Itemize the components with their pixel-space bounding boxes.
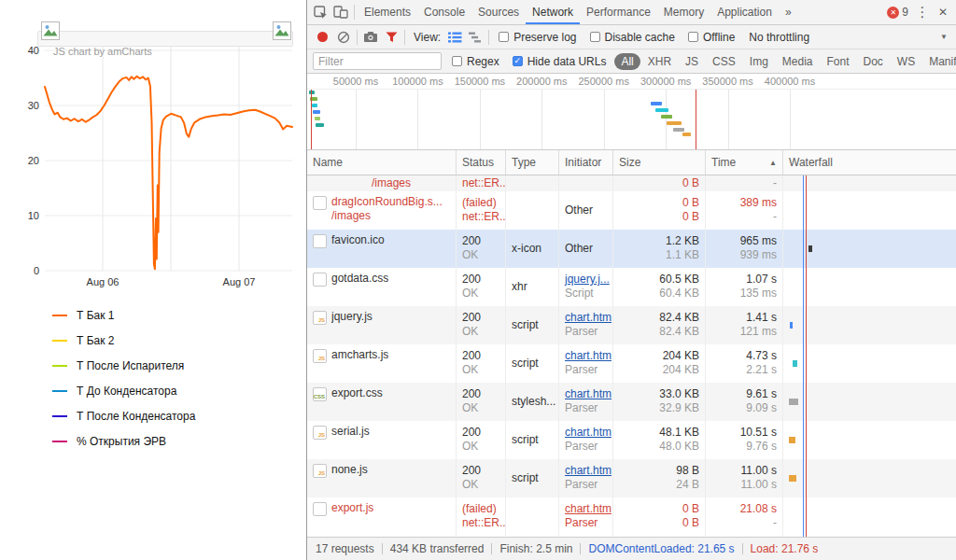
chart-legend: Т Бак 1Т Бак 2Т После ИспарителяТ До Кон… (52, 309, 195, 448)
checkbox-box[interactable]: ✓ (513, 56, 523, 66)
overview-time-label: 350000 ms (702, 76, 752, 87)
regex-checkbox[interactable]: ✓ Regex (452, 55, 499, 68)
legend-item-overflow[interactable]: Т До Конденсатора (52, 385, 195, 398)
column-header-type[interactable]: Type (506, 150, 559, 175)
network-overview[interactable]: 50000 ms100000 ms150000 ms200000 ms25000… (307, 74, 956, 150)
request-name-text: amcharts.js (331, 348, 388, 383)
legend-marker (52, 315, 67, 316)
column-header-status[interactable]: Status (457, 150, 506, 175)
clear-icon[interactable] (333, 27, 354, 48)
column-header-initiator[interactable]: Initiator (559, 150, 613, 175)
filter-pill-media[interactable]: Media (776, 53, 820, 70)
initiator-source[interactable]: chart.htm (565, 387, 607, 401)
size-cell: 0 B0 B (613, 191, 706, 230)
camera-icon[interactable] (360, 27, 381, 48)
overview-gridline (541, 90, 542, 149)
amcharts-watermark-link[interactable]: JS chart by amCharts (53, 46, 152, 57)
legend-marker (52, 340, 67, 342)
device-toolbar-icon[interactable] (330, 2, 351, 22)
request-name: export.css (331, 386, 383, 400)
column-header-name[interactable]: Name (307, 150, 457, 175)
tab-memory[interactable]: Memory (657, 0, 710, 24)
initiator-cell: Other (559, 191, 613, 230)
overview-request-bar (655, 108, 668, 112)
size-total: 60.5 KB (659, 273, 699, 287)
legend-item-overflow[interactable]: Т После Испарителя (52, 359, 195, 372)
tab-sources[interactable]: Sources (471, 0, 526, 24)
request-row-amcharts-js[interactable]: JSamcharts.js200OKscriptchart.htmParser2… (307, 344, 956, 383)
request-row-export-js[interactable]: export.js(failed)net::ER...chart.htmPars… (307, 497, 956, 536)
filter-pill-all[interactable]: All (614, 53, 640, 70)
request-row-export-css[interactable]: CSSexport.css200OKstylesh...chart.htmPar… (307, 383, 956, 421)
view-list-icon[interactable] (444, 27, 465, 48)
statusbar-separator (580, 543, 581, 554)
legend-marker (52, 390, 67, 392)
throttling-select[interactable]: No throttling ▼ (749, 31, 951, 44)
initiator-cell: jquery.j...Script (559, 268, 613, 306)
legend-label: Т Бак 2 (77, 334, 114, 347)
offline-checkbox[interactable]: ✓Offline (688, 31, 735, 44)
legend-item-1[interactable]: Т Бак 1 (52, 309, 195, 322)
legend-item-overflow[interactable]: % Открытия ЭРВ (52, 435, 195, 448)
legend-label: Т После Испарителя (77, 359, 184, 372)
close-icon[interactable]: ✕ (933, 2, 953, 22)
request-row-serial-js[interactable]: JSserial.js200OKscriptchart.htmParser48.… (307, 421, 956, 459)
request-row-none-js[interactable]: JSnone.js200OKscriptchart.htmParser98 B2… (307, 459, 956, 497)
initiator-source[interactable]: chart.htm (565, 311, 607, 325)
disable-cache-checkbox[interactable]: ✓Disable cache (590, 31, 675, 44)
filter-pill-ws[interactable]: WS (891, 53, 921, 70)
tab-elements[interactable]: Elements (358, 0, 417, 24)
size-content: 32.9 KB (659, 401, 699, 415)
initiator-source[interactable]: chart.htm (565, 464, 607, 478)
filter-pill-img[interactable]: Img (743, 53, 775, 70)
legend-item-2[interactable]: Т Бак 2 (52, 334, 195, 347)
tab-application[interactable]: Application (710, 0, 779, 24)
request-row-jquery-js[interactable]: JSjquery.js200OKscriptchart.htmParser82.… (307, 306, 956, 344)
initiator-source[interactable]: chart.htm (565, 502, 607, 516)
initiator-source[interactable]: chart.htm (565, 426, 607, 440)
size-total: 0 B (682, 196, 699, 210)
error-badge[interactable]: ✕ 9 (883, 6, 912, 19)
initiator-kind: Parser (565, 516, 607, 530)
preserve-log-checkbox[interactable]: ✓Preserve log (499, 31, 576, 44)
column-header-size[interactable]: Size (613, 150, 706, 175)
kebab-menu-icon[interactable]: ⋮ (912, 2, 933, 22)
inspect-icon[interactable] (310, 2, 330, 22)
filter-pill-manifest[interactable]: Manifest (922, 53, 956, 70)
filter-input[interactable] (313, 52, 442, 70)
time-total: 1.41 s (746, 311, 777, 325)
initiator-source[interactable]: jquery.j... (565, 273, 607, 287)
request-row-partial[interactable]: /imagesnet::ER...0 B- (307, 175, 956, 191)
filter-pill-js[interactable]: JS (679, 53, 705, 70)
filter-pill-css[interactable]: CSS (706, 53, 742, 70)
column-header-time[interactable]: Time▲ (706, 150, 783, 175)
filter-pill-doc[interactable]: Doc (857, 53, 890, 70)
file-icon (313, 196, 327, 210)
request-row-favicon-ico[interactable]: favicon.ico200OKx-iconOther1.2 KB1.1 KB9… (307, 230, 956, 268)
tab-performance[interactable]: Performance (580, 0, 657, 24)
request-row-dragiconroundbig-s[interactable]: dragIconRoundBig.s.../images(failed)net:… (307, 191, 956, 230)
overview-request-bar (673, 128, 684, 132)
request-row-gotdata-css[interactable]: gotdata.css200OKxhrjquery.j...Script60.5… (307, 268, 956, 306)
tab-network[interactable]: Network (526, 0, 580, 24)
legend-item-overflow[interactable]: Т После Конденсатора (52, 410, 195, 423)
tab-console[interactable]: Console (417, 0, 471, 24)
hide-data-urls-checkbox[interactable]: ✓ Hide data URLs (513, 55, 607, 68)
tab-overflow[interactable]: » (779, 0, 798, 24)
initiator-source: Other (565, 203, 607, 217)
request-name: export.js (331, 501, 373, 515)
script-icon: JS (313, 311, 327, 325)
size-cell: 48.1 KB48.0 KB (613, 421, 706, 459)
filter-pill-xhr[interactable]: XHR (641, 53, 678, 70)
waterfall-cell (783, 191, 956, 230)
checkbox-box[interactable]: ✓ (452, 56, 462, 66)
column-header-waterfall[interactable]: Waterfall (783, 150, 956, 175)
view-waterfall-icon[interactable] (465, 27, 485, 48)
overview-axis-line (307, 89, 956, 90)
initiator-source[interactable]: chart.htm (565, 349, 607, 363)
filter-pill-font[interactable]: Font (821, 53, 856, 70)
size-content: 82.4 KB (659, 325, 699, 339)
record-icon[interactable] (317, 32, 328, 42)
filter-funnel-icon[interactable] (381, 27, 401, 48)
type-cell: script (506, 306, 559, 344)
